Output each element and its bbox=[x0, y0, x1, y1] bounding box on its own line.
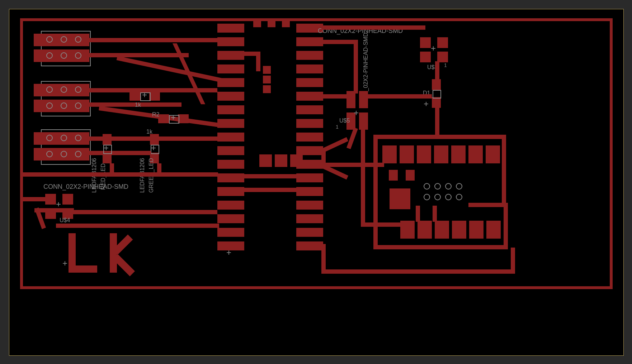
r1-pad2 bbox=[149, 92, 160, 101]
us5-pin1: 1 bbox=[336, 124, 339, 130]
r2-pad2 bbox=[178, 114, 189, 123]
d1-pad2 bbox=[432, 97, 441, 108]
r2-label: R2 bbox=[152, 111, 159, 118]
board-outline: + 1k + R2 1k + + LEDFAB1206 RED_LED LEDF… bbox=[9, 9, 624, 356]
red-led-pad2 bbox=[103, 153, 112, 163]
r1-pad1 bbox=[129, 92, 140, 101]
us3-pin1: 1 bbox=[444, 62, 447, 68]
r2-pad1 bbox=[158, 114, 169, 123]
conn-bl-label: CONN_02X2-PINHEAD-SMD bbox=[43, 183, 128, 191]
us5-label: U$5 bbox=[339, 118, 350, 124]
us4-label: U$4 bbox=[60, 217, 70, 224]
r1-value: 1k bbox=[135, 102, 141, 108]
